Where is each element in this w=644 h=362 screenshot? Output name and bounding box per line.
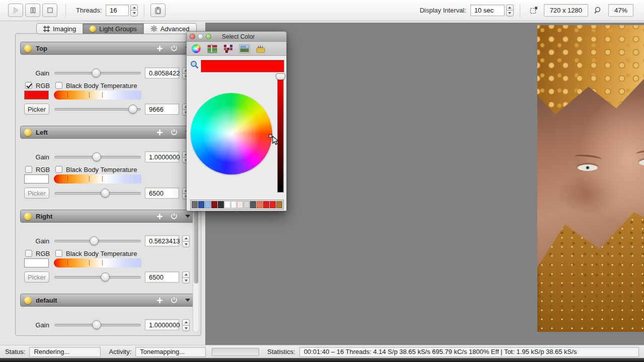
brightness-slider-thumb[interactable] xyxy=(276,73,285,80)
add-group-button[interactable] xyxy=(156,213,163,220)
rgb-checkbox[interactable] xyxy=(25,82,32,89)
temperature-value-field[interactable]: 6500 xyxy=(145,272,179,283)
color-swatch[interactable] xyxy=(276,201,282,208)
rgb-checkbox[interactable] xyxy=(25,250,32,257)
stepper-up-icon[interactable] xyxy=(130,5,138,11)
gain-value-field[interactable]: 0.8058422 xyxy=(145,67,179,78)
rgb-checkbox[interactable] xyxy=(25,166,32,173)
color-loupe-button[interactable] xyxy=(190,60,199,71)
slider-thumb[interactable] xyxy=(92,152,101,161)
gain-stepper[interactable] xyxy=(182,235,190,247)
temperature-stepper[interactable] xyxy=(182,272,190,284)
color-swatch[interactable] xyxy=(237,201,243,208)
black-body-gradient[interactable] xyxy=(54,174,141,184)
gain-value-field[interactable]: 0.5623413 xyxy=(145,235,179,246)
temperature-value-field[interactable]: 6500 xyxy=(145,188,179,199)
color-wheel[interactable] xyxy=(191,93,272,174)
close-button[interactable] xyxy=(190,34,195,39)
group-power-button[interactable] xyxy=(171,129,178,136)
black-body-checkbox[interactable] xyxy=(55,166,62,173)
add-group-button[interactable] xyxy=(156,45,163,52)
temperature-slider[interactable] xyxy=(54,192,141,195)
slider-thumb[interactable] xyxy=(101,273,110,282)
resolution-display[interactable]: 362 x 644 xyxy=(544,4,588,17)
display-interval-input[interactable]: 10 sec xyxy=(470,5,505,16)
stepper-down-icon[interactable] xyxy=(130,10,138,17)
color-swatch[interactable] xyxy=(244,201,250,208)
threads-stepper[interactable] xyxy=(130,5,138,17)
gain-slider[interactable] xyxy=(54,156,141,158)
light-group-header[interactable]: Top xyxy=(20,42,194,55)
swatch-drawer-handle[interactable] xyxy=(235,211,239,213)
color-swatch[interactable] xyxy=(257,201,263,208)
color-swatch[interactable] xyxy=(218,201,224,208)
slider-thumb[interactable] xyxy=(92,68,101,77)
group-power-button[interactable] xyxy=(171,297,178,304)
stepper-down-icon[interactable] xyxy=(506,10,514,17)
minimize-button[interactable] xyxy=(198,34,203,39)
pause-button[interactable] xyxy=(25,4,40,17)
slider-thumb[interactable] xyxy=(90,236,99,245)
slider-thumb[interactable] xyxy=(92,320,101,329)
color-swatch[interactable] xyxy=(231,201,237,208)
brightness-slider[interactable] xyxy=(277,76,284,193)
add-group-button[interactable] xyxy=(156,129,163,136)
collapse-group-button[interactable] xyxy=(185,298,190,302)
add-group-button[interactable] xyxy=(156,297,163,304)
copy-to-clipboard-button[interactable] xyxy=(150,4,166,17)
threads-input[interactable]: 16 xyxy=(106,5,129,16)
picker-button[interactable]: Picker xyxy=(24,188,49,199)
light-group-header[interactable]: Right xyxy=(20,210,194,223)
play-button[interactable] xyxy=(8,4,23,17)
picker-button[interactable]: Picker xyxy=(24,104,49,115)
slider-thumb[interactable] xyxy=(101,189,110,198)
gain-value-field[interactable]: 1.0000000 xyxy=(145,319,179,330)
black-body-checkbox[interactable] xyxy=(55,82,62,89)
color-swatch[interactable] xyxy=(250,201,256,208)
crayons-mode-button[interactable] xyxy=(255,44,266,54)
color-wheel-mode-button[interactable] xyxy=(191,44,202,54)
group-color-swatch[interactable] xyxy=(24,90,49,100)
tab-light-groups[interactable]: Light Groups xyxy=(83,23,143,34)
resize-resolution-button[interactable] xyxy=(529,6,538,15)
black-body-gradient[interactable] xyxy=(54,258,141,267)
temperature-slider[interactable] xyxy=(54,276,141,279)
gain-slider[interactable] xyxy=(54,324,141,326)
collapse-group-button[interactable] xyxy=(185,214,190,218)
image-palettes-mode-button[interactable] xyxy=(239,44,250,54)
black-body-gradient[interactable] xyxy=(54,90,141,100)
zoom-window-button[interactable] xyxy=(206,34,211,39)
zoom-button[interactable] xyxy=(594,6,603,15)
black-body-checkbox[interactable] xyxy=(55,250,62,257)
color-wheel-selector[interactable] xyxy=(269,134,272,138)
group-color-swatch[interactable] xyxy=(24,174,49,184)
group-color-swatch[interactable] xyxy=(24,258,49,267)
gain-stepper[interactable] xyxy=(182,319,190,331)
gain-slider[interactable] xyxy=(54,240,141,242)
color-swatch[interactable] xyxy=(205,201,211,208)
zoom-level-display[interactable]: 47% xyxy=(608,4,633,17)
color-swatch[interactable] xyxy=(211,201,217,208)
color-swatch[interactable] xyxy=(270,201,276,208)
color-swatch[interactable] xyxy=(198,201,204,208)
dialog-titlebar[interactable]: Select Color xyxy=(187,32,286,42)
color-swatch[interactable] xyxy=(192,201,198,208)
stop-button[interactable] xyxy=(42,4,57,17)
tab-imaging[interactable]: Imaging xyxy=(36,23,83,34)
picker-button[interactable]: Picker xyxy=(24,272,49,283)
gain-slider[interactable] xyxy=(54,72,141,74)
gain-value-field[interactable]: 1.0000000 xyxy=(145,151,179,162)
color-swatch[interactable] xyxy=(224,201,230,208)
light-group-header[interactable]: Left xyxy=(20,126,194,139)
color-swatch[interactable] xyxy=(263,201,269,208)
light-group-header[interactable]: default xyxy=(20,294,194,307)
palette-mode-button[interactable] xyxy=(223,44,234,54)
display-interval-stepper[interactable] xyxy=(506,5,514,17)
temperature-slider[interactable] xyxy=(54,108,141,111)
sliders-mode-button[interactable] xyxy=(207,44,218,54)
slider-thumb[interactable] xyxy=(128,105,137,114)
temperature-value-field[interactable]: 9666 xyxy=(145,104,179,115)
stepper-up-icon[interactable] xyxy=(506,5,514,11)
group-power-button[interactable] xyxy=(171,213,178,220)
group-power-button[interactable] xyxy=(171,45,178,52)
